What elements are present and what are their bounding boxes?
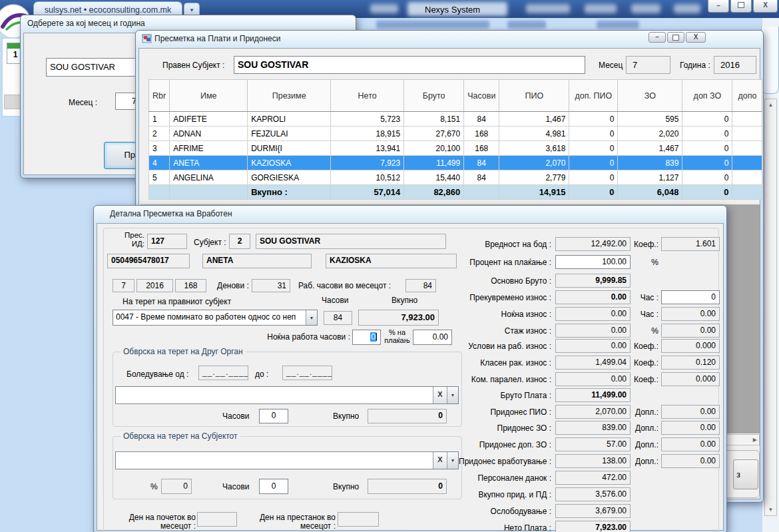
- detail-field-value: 3,679.00: [555, 504, 631, 518]
- embg-field: 0504965478017: [107, 254, 190, 268]
- end-day-field[interactable]: [338, 512, 379, 527]
- detail-subfield-value[interactable]: 0: [661, 290, 720, 304]
- totals-row: Вкупно :57,01482,86014,91506,0480: [149, 185, 762, 200]
- detail-field-label: Придонес ЗО :: [397, 423, 551, 433]
- month-field[interactable]: 7: [626, 56, 670, 74]
- detail-subfield-label: Час :: [623, 310, 658, 319]
- detail-subfield-label: Коеф.:: [623, 375, 658, 384]
- sick-to-field[interactable]: __.__.____: [282, 366, 332, 380]
- detail-field-label: Ослободување :: [397, 507, 551, 516]
- work-hours-label: Раб. часови во месецот :: [298, 281, 391, 290]
- detail-field-value: 2,070.00: [555, 405, 631, 419]
- detail-field-label: Основно Бруто :: [397, 276, 551, 286]
- exit-button-fragment[interactable]: з: [733, 459, 758, 489]
- detail-field-value: 0.00: [555, 372, 631, 386]
- censored-blob: [526, 4, 570, 13]
- close-icon: X: [763, 1, 768, 9]
- detail-field-value[interactable]: 100.00: [555, 255, 631, 269]
- month-label: Месец :: [599, 61, 627, 70]
- start-day-label: Ден на почеток во месецот :: [121, 513, 196, 531]
- table-row[interactable]: 5ANGELINAGORGIESKA10,51215,440842,77901,…: [149, 170, 762, 185]
- column-header[interactable]: ПИО: [499, 80, 569, 112]
- column-header[interactable]: Rbr: [149, 80, 170, 112]
- column-header[interactable]: ЗО: [618, 80, 682, 112]
- night-hours-input[interactable]: 0: [352, 330, 381, 345]
- start-day-field[interactable]: [197, 512, 237, 527]
- detail-subject-label: Субјект :: [194, 238, 226, 247]
- main-vertical-scrollbar[interactable]: ▲ ▼: [764, 99, 777, 516]
- desktop: Nexys System – X sulsys.net • ecoconsult…: [0, 0, 779, 532]
- minimize-icon: –: [716, 2, 720, 9]
- other-org-total-label: Вкупно: [333, 411, 359, 421]
- scroll-right-arrow-icon[interactable]: ▶: [753, 437, 757, 443]
- employer-section-label: На терет на правниот субјект: [123, 297, 231, 306]
- column-header[interactable]: допо: [732, 80, 762, 112]
- detail-field-label: Придонес ПИО :: [397, 407, 551, 417]
- detail-field-label: Персонален данок :: [397, 473, 551, 483]
- subject-id-field: 2: [229, 234, 250, 249]
- column-header[interactable]: Презиме: [248, 80, 331, 112]
- detail-subfield-value: 1.601: [661, 237, 720, 251]
- censored-blob: [674, 4, 700, 13]
- column-header[interactable]: Нето: [331, 80, 404, 112]
- pres-id-field: 127: [147, 234, 187, 249]
- column-header[interactable]: Име: [170, 80, 248, 112]
- detail-subfield-value: 0.120: [661, 356, 720, 370]
- other-org-hours-label: Часови: [222, 411, 250, 421]
- detail-subfield-value: 0.000: [661, 372, 720, 386]
- detail-field-label: Ком. паралел. износ :: [397, 375, 551, 384]
- column-header[interactable]: Бруто: [404, 80, 464, 112]
- close-button[interactable]: X: [753, 0, 778, 13]
- detail-field-value: 7,923.00: [555, 521, 631, 532]
- detail-field-value: 472.00: [555, 471, 631, 485]
- hours-column-label: Часови: [322, 296, 349, 305]
- table-row[interactable]: 2ADNANFEJZULAI18,91527,6701684,98102,020…: [149, 127, 762, 141]
- table-row[interactable]: 3AFRIMEDURMI{I13,94120,1001683,61801,467…: [149, 141, 762, 156]
- subject-field[interactable]: SOU GOSTIVAR: [234, 56, 585, 74]
- column-header[interactable]: доп. ПИО: [569, 80, 618, 112]
- other-org-hours-input[interactable]: 0: [259, 409, 288, 423]
- detail-field-value: 9,999.85: [555, 274, 631, 288]
- column-header[interactable]: Часови: [464, 80, 499, 112]
- sick-from-field[interactable]: __.__.____: [198, 366, 248, 380]
- minimize-button[interactable]: –: [708, 0, 729, 13]
- detail-subfield-label: %: [623, 258, 658, 267]
- table-row[interactable]: 4ANETAKAZIOSKA7,92311,499842,07008390: [149, 156, 762, 170]
- work-type-combo[interactable]: 0047 - Време поминато во работен однос с…: [113, 310, 318, 326]
- hours-fund-field: 168: [175, 279, 206, 292]
- subject-org-hours-input[interactable]: 0: [259, 479, 288, 494]
- pres-id-label: Прес. ИД:: [115, 231, 144, 248]
- censored-blob: [370, 4, 398, 13]
- detail-field-value: 0.00: [555, 324, 631, 338]
- subject-label: Правен Субјект :: [162, 61, 224, 70]
- maximize-icon: [738, 2, 744, 8]
- maximize-button[interactable]: [730, 0, 752, 13]
- detail-subfield-label: Коеф.:: [623, 240, 658, 249]
- detail-subfield-value: 0.000: [661, 339, 720, 353]
- exit-button-label: з: [736, 469, 740, 479]
- table-row[interactable]: 1ADIFETEKAPROLI5,7238,151841,46705950: [149, 112, 762, 127]
- night-hours-label: Ноќна работа часови :: [237, 332, 350, 342]
- detail-field-value: 138.00: [555, 454, 631, 468]
- subject-org-group-title: Обврска на терет на Субјектот: [121, 431, 240, 441]
- chevron-down-icon: ▾: [190, 7, 194, 13]
- scroll-up-arrow-icon[interactable]: ▲: [765, 102, 776, 108]
- detail-field-label: Придонес вработување :: [397, 457, 551, 466]
- detail-field-label: Стаж износ :: [397, 326, 551, 336]
- detail-field-value: 12,492.00: [555, 237, 631, 251]
- censored-menu-blob: [507, 21, 546, 29]
- sick-from-label: Боледување од :: [127, 370, 188, 379]
- censored-blob: [585, 4, 617, 13]
- detail-field-label: Прекувремено износ :: [397, 293, 551, 302]
- column-header[interactable]: доп ЗО: [682, 80, 732, 112]
- detail-subfield-label: Коеф.:: [623, 358, 658, 368]
- scroll-down-arrow-icon[interactable]: ▼: [765, 507, 776, 513]
- censored-menu-blob: [376, 21, 489, 29]
- detail-window: Детална Пресметка на Вработен Прес. ИД: …: [93, 205, 727, 532]
- subject-org-pct-field: 0: [161, 479, 192, 494]
- browser-tab-label: sulsys.net • ecoconsulting.com.mk: [45, 5, 172, 15]
- payroll-table[interactable]: RbrИмеПрезимеНетоБрутоЧасовиПИОдоп. ПИОЗ…: [148, 79, 762, 200]
- combo-arrow-icon[interactable]: ▼: [306, 310, 317, 325]
- detail-subfield-value: 0.00: [661, 421, 720, 435]
- year-field[interactable]: 2016: [714, 56, 756, 74]
